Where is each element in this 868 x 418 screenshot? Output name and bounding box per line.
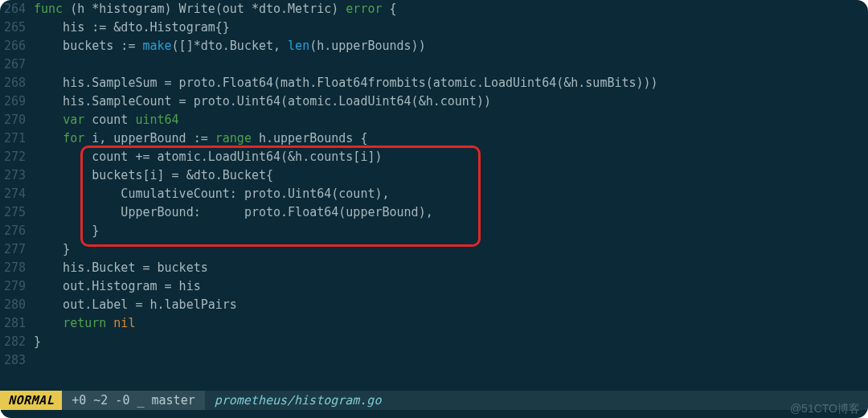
line-number: 271 (0, 129, 34, 148)
code-content: } (34, 240, 868, 259)
line-number: 280 (0, 296, 34, 314)
line-number: 281 (0, 314, 34, 333)
file-path-segment: prometheus/histogram.go (205, 391, 391, 410)
code-line[interactable]: 275 UpperBound: proto.Float64(upperBound… (0, 203, 868, 222)
line-number: 266 (0, 37, 34, 55)
vim-mode-badge: NORMAL (0, 391, 62, 410)
code-content: UpperBound: proto.Float64(upperBound), (34, 203, 868, 222)
code-line[interactable]: 265 his := &dto.Histogram{} (0, 18, 868, 37)
code-content: CumulativeCount: proto.Uint64(count), (34, 185, 868, 203)
code-line[interactable]: 270 var count uint64 (0, 111, 868, 129)
code-content: for i, upperBound := range h.upperBounds… (34, 129, 868, 148)
git-status-segment: +0 ~2 -0 _ master (62, 391, 205, 410)
code-line[interactable]: 282} (0, 333, 868, 351)
code-content: count += atomic.LoadUint64(&h.counts[i]) (34, 148, 868, 166)
code-line[interactable]: 274 CumulativeCount: proto.Uint64(count)… (0, 185, 868, 203)
code-line[interactable]: 272 count += atomic.LoadUint64(&h.counts… (0, 148, 868, 166)
line-number: 274 (0, 185, 34, 203)
code-content: out.Label = h.labelPairs (34, 296, 868, 314)
line-number: 264 (0, 0, 34, 18)
code-content: } (34, 333, 868, 351)
line-number: 265 (0, 18, 34, 37)
code-content: his := &dto.Histogram{} (34, 18, 868, 37)
code-line[interactable]: 281 return nil (0, 314, 868, 333)
code-line[interactable]: 273 buckets[i] = &dto.Bucket{ (0, 166, 868, 185)
code-line[interactable]: 278 his.Bucket = buckets (0, 259, 868, 277)
code-content: } (34, 222, 868, 240)
code-content: out.Histogram = his (34, 277, 868, 296)
code-content (34, 55, 868, 74)
status-bar: NORMAL +0 ~2 -0 _ master prometheus/hist… (0, 391, 868, 410)
code-line[interactable]: 269 his.SampleCount = proto.Uint64(atomi… (0, 92, 868, 111)
code-content: var count uint64 (34, 111, 868, 129)
code-line[interactable]: 264func (h *histogram) Write(out *dto.Me… (0, 0, 868, 18)
line-number: 276 (0, 222, 34, 240)
code-content: his.Bucket = buckets (34, 259, 868, 277)
code-line[interactable]: 271 for i, upperBound := range h.upperBo… (0, 129, 868, 148)
code-editor[interactable]: 264func (h *histogram) Write(out *dto.Me… (0, 0, 868, 394)
code-line[interactable]: 276 } (0, 222, 868, 240)
code-content: buckets[i] = &dto.Bucket{ (34, 166, 868, 185)
code-content: his.SampleCount = proto.Uint64(atomic.Lo… (34, 92, 868, 111)
line-number: 272 (0, 148, 34, 166)
code-line[interactable]: 277 } (0, 240, 868, 259)
line-number: 275 (0, 203, 34, 222)
line-number: 273 (0, 166, 34, 185)
line-number: 268 (0, 74, 34, 92)
code-content: return nil (34, 314, 868, 333)
code-line[interactable]: 267 (0, 55, 868, 74)
code-line[interactable]: 279 out.Histogram = his (0, 277, 868, 296)
watermark-text: @51CTO博客 (790, 400, 860, 418)
line-number: 278 (0, 259, 34, 277)
line-number: 269 (0, 92, 34, 111)
code-line[interactable]: 266 buckets := make([]*dto.Bucket, len(h… (0, 37, 868, 55)
code-line[interactable]: 280 out.Label = h.labelPairs (0, 296, 868, 314)
line-number: 279 (0, 277, 34, 296)
line-number: 270 (0, 111, 34, 129)
line-number: 267 (0, 55, 34, 74)
line-number: 283 (0, 351, 34, 370)
code-content: func (h *histogram) Write(out *dto.Metri… (34, 0, 868, 18)
code-content: buckets := make([]*dto.Bucket, len(h.upp… (34, 37, 868, 55)
code-content (34, 351, 868, 370)
code-line[interactable]: 283 (0, 351, 868, 370)
code-line[interactable]: 268 his.SampleSum = proto.Float64(math.F… (0, 74, 868, 92)
line-number: 277 (0, 240, 34, 259)
line-number: 282 (0, 333, 34, 351)
code-content: his.SampleSum = proto.Float64(math.Float… (34, 74, 868, 92)
